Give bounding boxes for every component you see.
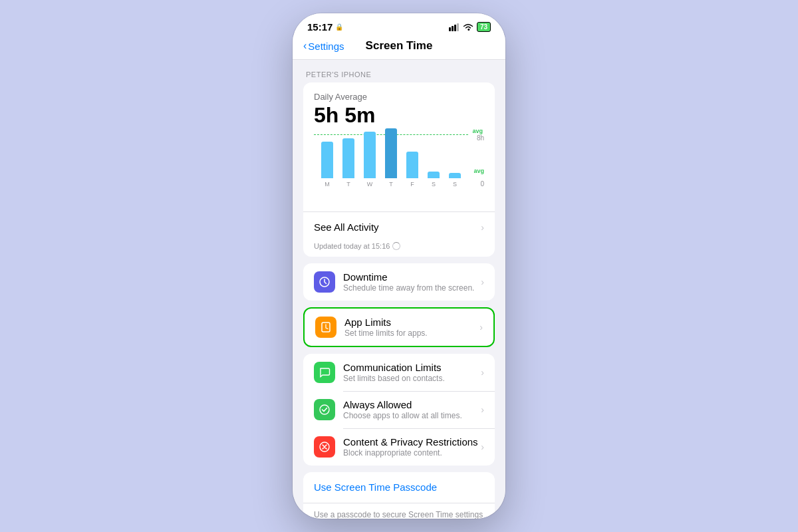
downtime-card: Downtime Schedule time away from the scr…	[303, 263, 495, 301]
downtime-item[interactable]: Downtime Schedule time away from the scr…	[303, 263, 495, 301]
passcode-label: Use Screen Time Passcode	[314, 481, 437, 493]
bar-tuesday: T	[338, 138, 359, 188]
back-button[interactable]: ‹ Settings	[303, 40, 344, 52]
status-icons: 73	[449, 22, 491, 32]
communication-text: Communication Limits Set limits based on…	[343, 362, 481, 383]
app-limits-subtitle: Set time limits for apps.	[344, 329, 479, 338]
chart-y-labels: 8h avg 0	[477, 134, 484, 188]
app-limits-card: App Limits Set time limits for apps. ›	[303, 307, 495, 347]
downtime-icon	[314, 271, 335, 293]
communication-subtitle: Set limits based on contacts.	[343, 374, 481, 383]
communication-title: Communication Limits	[343, 362, 481, 373]
svg-rect-3	[457, 23, 459, 31]
time-display: 15:17	[307, 21, 332, 33]
status-time: 15:17 🔒	[307, 21, 343, 33]
back-chevron-icon: ‹	[303, 40, 307, 52]
app-limits-text: App Limits Set time limits for apps.	[344, 317, 479, 338]
bar-friday-fill	[406, 152, 418, 178]
chart-bars: M T W T	[314, 134, 468, 188]
app-limits-chevron-icon: ›	[479, 322, 483, 332]
downtime-chevron-icon: ›	[481, 277, 484, 287]
bar-wednesday-fill	[364, 132, 376, 178]
always-allowed-text: Always Allowed Choose apps to allow at a…	[343, 399, 481, 420]
see-all-chevron-icon: ›	[481, 222, 484, 233]
communication-chevron-icon: ›	[481, 367, 484, 378]
downtime-subtitle: Schedule time away from the screen.	[343, 283, 481, 293]
avg-line-label: avg	[472, 128, 483, 134]
app-limits-icon	[315, 317, 336, 338]
content-privacy-title: Content & Privacy Restrictions	[343, 436, 481, 448]
content-privacy-subtitle: Block inappropriate content.	[343, 448, 481, 458]
updated-text: Updated today at 15:16	[314, 242, 390, 250]
bar-saturday-fill	[428, 172, 440, 178]
content-privacy-item[interactable]: Content & Privacy Restrictions Block ina…	[303, 428, 495, 466]
other-settings-card: Communication Limits Set limits based on…	[303, 354, 495, 466]
use-passcode-button[interactable]: Use Screen Time Passcode	[303, 472, 495, 503]
content-privacy-chevron-icon: ›	[481, 442, 484, 452]
device-section-label: PETER'S IPHONE	[303, 70, 495, 78]
bar-friday: F	[402, 152, 423, 188]
svg-point-6	[320, 405, 329, 414]
usage-chart[interactable]: avg M T W	[314, 134, 484, 201]
content-privacy-icon	[314, 436, 335, 458]
always-allowed-icon	[314, 399, 335, 420]
wifi-icon	[463, 23, 473, 31]
daily-avg-value: 5h 5m	[314, 103, 484, 128]
signal-icon	[449, 23, 460, 31]
svg-rect-1	[452, 26, 454, 31]
lock-icon: 🔒	[335, 23, 343, 31]
bar-thursday: T	[380, 128, 402, 188]
updated-label: Updated today at 15:16	[303, 242, 495, 257]
status-bar: 15:17 🔒 73	[293, 13, 505, 37]
bar-saturday: S	[423, 172, 444, 188]
nav-bar: ‹ Settings Screen Time	[293, 37, 505, 60]
app-limits-item[interactable]: App Limits Set time limits for apps. ›	[305, 309, 493, 346]
see-all-activity-button[interactable]: See All Activity ›	[303, 212, 495, 242]
bar-wednesday: W	[359, 132, 380, 188]
app-limits-title: App Limits	[344, 317, 479, 328]
see-all-label: See All Activity	[314, 221, 379, 233]
bar-thursday-fill	[385, 128, 397, 178]
downtime-text: Downtime Schedule time away from the scr…	[343, 271, 481, 293]
always-allowed-subtitle: Choose apps to allow at all times.	[343, 411, 481, 420]
bar-sunday: S	[444, 173, 466, 188]
scroll-content: PETER'S IPHONE Daily Average 5h 5m avg M	[293, 60, 505, 519]
daily-average-card: Daily Average 5h 5m avg M	[303, 82, 495, 257]
bar-monday-fill	[321, 142, 333, 178]
downtime-title: Downtime	[343, 271, 481, 283]
back-label: Settings	[308, 41, 344, 52]
bar-monday: M	[317, 142, 338, 188]
always-allowed-chevron-icon: ›	[481, 404, 484, 415]
loading-spinner	[392, 242, 400, 250]
battery-indicator: 73	[477, 22, 491, 32]
always-allowed-item[interactable]: Always Allowed Choose apps to allow at a…	[303, 391, 495, 428]
communication-icon	[314, 362, 335, 383]
bar-tuesday-fill	[342, 138, 354, 178]
battery-level: 73	[480, 23, 487, 31]
content-privacy-text: Content & Privacy Restrictions Block ina…	[343, 436, 481, 458]
phone-frame: 15:17 🔒 73 ‹ Settings Screen	[293, 13, 505, 519]
bar-sunday-fill	[449, 173, 461, 178]
always-allowed-title: Always Allowed	[343, 399, 481, 410]
passcode-description: Use a passcode to secure Screen Time set…	[303, 503, 495, 519]
nav-title: Screen Time	[366, 39, 433, 53]
passcode-card: Use Screen Time Passcode Use a passcode …	[303, 472, 495, 519]
svg-rect-2	[454, 25, 456, 31]
svg-rect-0	[449, 27, 451, 31]
communication-limits-item[interactable]: Communication Limits Set limits based on…	[303, 354, 495, 391]
daily-avg-label: Daily Average	[314, 92, 484, 102]
